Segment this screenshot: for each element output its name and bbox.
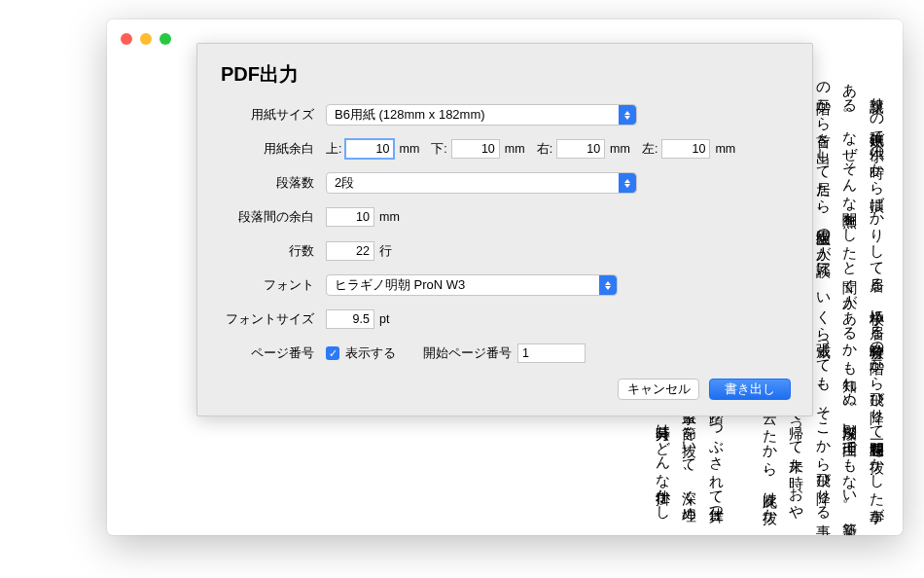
font-size-input[interactable]: [326, 309, 374, 329]
column-gap-label: 段落間の余白: [219, 209, 326, 226]
font-size-label: フォントサイズ: [219, 311, 326, 328]
column-gap-input[interactable]: [326, 207, 374, 227]
page-number-label: ページ番号: [219, 345, 326, 362]
margin-unit: mm: [399, 142, 419, 156]
dialog-title: PDF出力: [221, 61, 791, 88]
margin-bottom-input[interactable]: [451, 139, 500, 159]
margin-top-label: 上:: [326, 141, 341, 158]
margin-top-input[interactable]: [345, 139, 394, 159]
margin-unit: mm: [715, 142, 735, 156]
margins-label: 用紙余白: [219, 141, 326, 158]
columns-select[interactable]: 2段: [326, 172, 637, 194]
lines-input[interactable]: [326, 241, 374, 261]
show-page-number-checkbox[interactable]: ✓: [326, 346, 339, 360]
margin-right-label: 右:: [537, 141, 552, 158]
export-button[interactable]: 書き出し: [709, 379, 791, 400]
column-gap-unit: mm: [379, 210, 400, 224]
margin-unit: mm: [505, 142, 525, 156]
chevron-updown-icon: [619, 105, 636, 125]
start-page-label: 開始ページ番号: [423, 345, 512, 362]
margin-bottom-label: 下:: [431, 141, 446, 158]
font-value: ヒラギノ明朝 ProN W3: [335, 276, 465, 294]
paper-size-label: 用紙サイズ: [219, 107, 326, 124]
margin-unit: mm: [610, 142, 630, 156]
margin-left-input[interactable]: [661, 139, 710, 159]
paper-size-select[interactable]: B6用紙 (128mm x 182mm): [326, 104, 637, 126]
lines-unit: 行: [379, 243, 392, 260]
font-select[interactable]: ヒラギノ明朝 ProN W3: [326, 274, 618, 296]
font-size-unit: pt: [379, 312, 389, 326]
start-page-input[interactable]: [517, 343, 586, 363]
margin-left-label: 左:: [642, 141, 657, 158]
paper-size-value: B6用紙 (128mm x 182mm): [335, 106, 485, 124]
show-page-number-text: 表示する: [345, 344, 396, 362]
chevron-updown-icon: [619, 173, 636, 193]
pdf-export-dialog: PDF出力 用紙サイズ B6用紙 (128mm x 182mm) 用紙余白 上:…: [196, 43, 813, 416]
columns-value: 2段: [335, 174, 354, 192]
margin-right-input[interactable]: [556, 139, 605, 159]
font-label: フォント: [219, 277, 326, 294]
chevron-updown-icon: [599, 275, 617, 295]
app-window: 親譲りの無鉄砲で小供の時から損ばかりして居る。小学校に居る時分学校の二階から飛び…: [107, 19, 903, 535]
lines-label: 行数: [219, 243, 326, 260]
cancel-button[interactable]: キャンセル: [618, 379, 699, 400]
columns-label: 段落数: [219, 175, 326, 192]
